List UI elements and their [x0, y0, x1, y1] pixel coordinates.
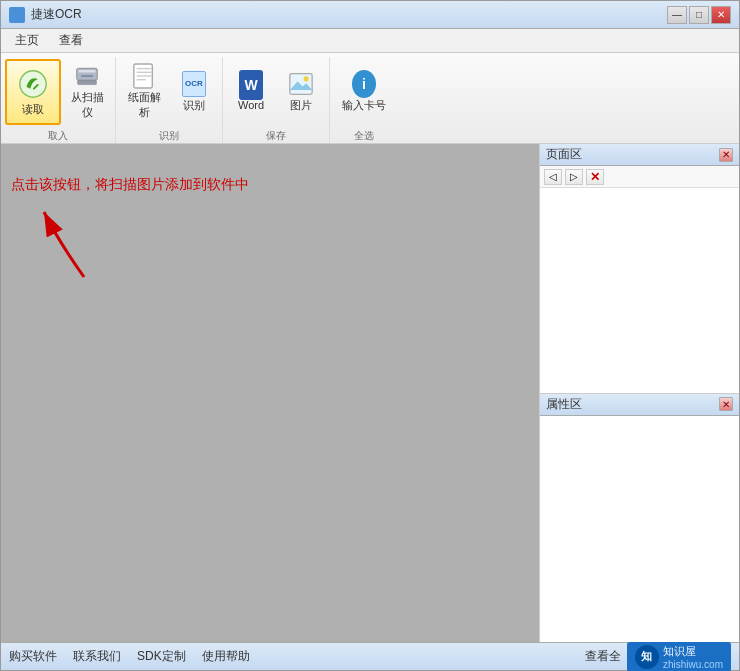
window-title: 捷速OCR	[31, 6, 82, 23]
page-area-title: 页面区	[546, 146, 582, 163]
word-button-label: Word	[238, 99, 264, 111]
hint-text: 点击该按钮，将扫描图片添加到软件中	[11, 176, 249, 194]
maximize-button[interactable]: □	[689, 6, 709, 24]
page-area-section: 页面区 ✕ ◁ ▷ ✕	[540, 144, 739, 394]
group-label-save: 保存	[227, 127, 325, 143]
scan-button-label: 从扫描仪	[68, 90, 106, 120]
input-card-icon: i	[352, 72, 376, 96]
svg-point-0	[20, 70, 46, 96]
main-content: 点击该按钮，将扫描图片添加到软件中 页面区 ✕ ◁ ▷ ✕ 属性区	[1, 144, 739, 642]
title-bar: 捷速OCR — □ ✕	[1, 1, 739, 29]
page-area-header: 页面区 ✕	[540, 144, 739, 166]
svg-rect-3	[78, 80, 97, 84]
svg-rect-10	[290, 73, 312, 94]
arrow-annotation	[29, 202, 109, 285]
status-right: 查看全 知 知识屋 zhishiwu.com	[585, 642, 731, 672]
window-controls: — □ ✕	[667, 6, 731, 24]
svg-rect-4	[81, 75, 93, 77]
right-panel: 页面区 ✕ ◁ ▷ ✕ 属性区 ✕	[539, 144, 739, 642]
read-button-label: 读取	[22, 102, 44, 117]
title-bar-left: 捷速OCR	[9, 6, 82, 23]
zhishiwu-url: zhishiwu.com	[663, 659, 723, 670]
close-button[interactable]: ✕	[711, 6, 731, 24]
property-area-close-button[interactable]: ✕	[719, 397, 733, 411]
property-area-title: 属性区	[546, 396, 582, 413]
main-window: 捷速OCR — □ ✕ 主页 查看	[0, 0, 740, 671]
help-link[interactable]: 使用帮助	[202, 648, 250, 665]
read-icon	[17, 68, 49, 100]
page-next-button[interactable]: ▷	[565, 169, 583, 185]
input-card-button-label: 输入卡号	[342, 98, 386, 113]
group-label-take-in: 取入	[5, 127, 111, 143]
ribbon: 读取 从扫描仪 取入	[1, 53, 739, 144]
property-area-header: 属性区 ✕	[540, 394, 739, 416]
buy-software-link[interactable]: 购买软件	[9, 648, 57, 665]
group-label-select-all: 全选	[334, 127, 394, 143]
ocr-button-label: 识别	[183, 98, 205, 113]
zhishiwu-icon: 知	[635, 645, 659, 669]
app-icon	[9, 7, 25, 23]
ocr-button[interactable]: OCR 识别	[170, 59, 218, 125]
parse-icon	[132, 64, 156, 88]
sdk-link[interactable]: SDK定制	[137, 648, 186, 665]
parse-button[interactable]: 纸面解析	[120, 59, 168, 125]
page-delete-button[interactable]: ✕	[586, 169, 604, 185]
property-area-content	[540, 416, 739, 643]
status-left: 购买软件 联系我们 SDK定制 使用帮助	[9, 648, 250, 665]
scanner-icon	[75, 64, 99, 88]
image-icon	[289, 72, 313, 96]
minimize-button[interactable]: —	[667, 6, 687, 24]
group-label-recognize: 识别	[120, 127, 218, 143]
page-area-content	[540, 188, 739, 393]
property-area-section: 属性区 ✕	[540, 394, 739, 643]
word-button[interactable]: W Word	[227, 59, 275, 125]
view-all-link[interactable]: 查看全	[585, 648, 621, 665]
image-button-label: 图片	[290, 98, 312, 113]
contact-us-link[interactable]: 联系我们	[73, 648, 121, 665]
svg-point-12	[304, 76, 309, 81]
menu-bar: 主页 查看	[1, 29, 739, 53]
parse-button-label: 纸面解析	[125, 90, 163, 120]
zhishiwu-text: 知识屋	[663, 644, 723, 659]
status-bar: 购买软件 联系我们 SDK定制 使用帮助 查看全 知 知识屋 zhishiwu.…	[1, 642, 739, 670]
svg-rect-2	[78, 70, 95, 73]
read-button[interactable]: 读取	[5, 59, 61, 125]
input-card-button[interactable]: i 输入卡号	[334, 59, 394, 125]
work-area: 点击该按钮，将扫描图片添加到软件中	[1, 144, 539, 642]
page-prev-button[interactable]: ◁	[544, 169, 562, 185]
menu-home[interactable]: 主页	[5, 30, 49, 51]
menu-view[interactable]: 查看	[49, 30, 93, 51]
zhishiwu-info: 知识屋 zhishiwu.com	[663, 644, 723, 670]
ocr-icon: OCR	[182, 72, 206, 96]
scan-button[interactable]: 从扫描仪	[63, 59, 111, 125]
image-button[interactable]: 图片	[277, 59, 325, 125]
zhishiwu-logo: 知 知识屋 zhishiwu.com	[627, 642, 731, 672]
word-icon: W	[239, 73, 263, 97]
page-area-toolbar: ◁ ▷ ✕	[540, 166, 739, 188]
page-area-close-button[interactable]: ✕	[719, 148, 733, 162]
